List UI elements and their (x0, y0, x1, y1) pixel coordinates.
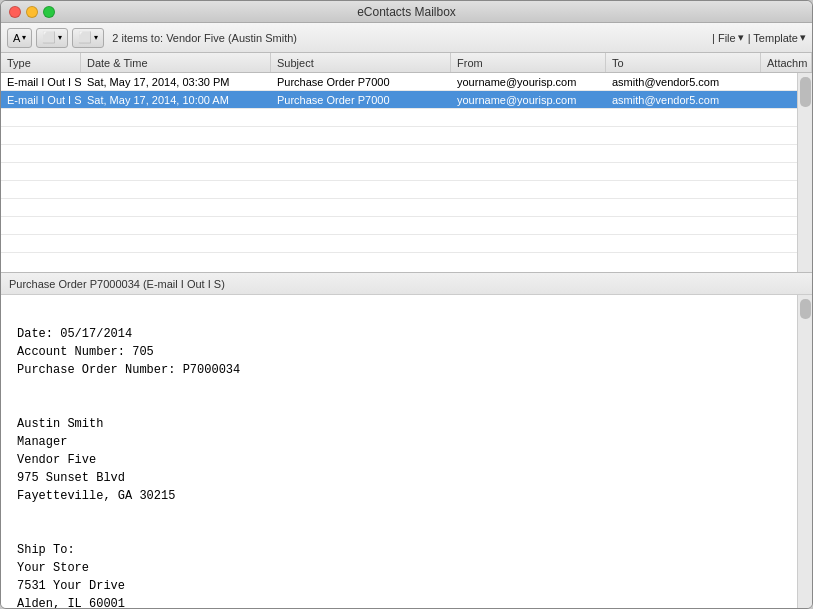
preview-line-vendor: Vendor Five (17, 451, 781, 469)
template-label: | Template (748, 32, 798, 44)
col-header-from: From (451, 53, 606, 72)
preview-line-store: Your Store (17, 559, 781, 577)
preview-line-name: Austin Smith (17, 415, 781, 433)
preview-line-title: Manager (17, 433, 781, 451)
col-header-to: To (606, 53, 761, 72)
col-header-attach: Attachm (761, 53, 812, 72)
row2-date: Sat, May 17, 2014, 10:00 AM (81, 91, 271, 108)
empty-row-4 (1, 127, 797, 145)
file-label: | File (712, 32, 736, 44)
font-arrow: ▾ (22, 33, 26, 42)
minimize-button[interactable] (26, 6, 38, 18)
row1-date: Sat, May 17, 2014, 03:30 PM (81, 73, 271, 90)
preview-line-alden: Alden, IL 60001 (17, 595, 781, 608)
row1-type: E-mail I Out I S (1, 73, 81, 90)
toolbar: A ▾ ⬜ ▾ ⬜ ▾ 2 items to: Vendor Five (Aus… (1, 23, 812, 53)
email-row-1[interactable]: E-mail I Out I S Sat, May 17, 2014, 03:3… (1, 73, 797, 91)
preview-line-blank3 (17, 397, 781, 415)
maximize-button[interactable] (43, 6, 55, 18)
paste-icon: ⬜ (78, 31, 92, 44)
preview-line-shipto: Ship To: (17, 541, 781, 559)
toolbar-right: | File ▾ | Template ▾ (712, 31, 806, 44)
preview-line-date: Date: 05/17/2014 (17, 325, 781, 343)
col-header-type: Type (1, 53, 81, 72)
empty-row-10 (1, 235, 797, 253)
empty-row-7 (1, 181, 797, 199)
title-bar: eContacts Mailbox (1, 1, 812, 23)
file-arrow: ▾ (738, 31, 744, 44)
email-row-2[interactable]: E-mail I Out I S Sat, May 17, 2014, 10:0… (1, 91, 797, 109)
toolbar-label: 2 items to: Vendor Five (Austin Smith) (112, 32, 297, 44)
col-header-date: Date & Time (81, 53, 271, 72)
list-scrollbar[interactable] (797, 73, 812, 272)
preview-line-account: Account Number: 705 (17, 343, 781, 361)
empty-row-8 (1, 199, 797, 217)
close-button[interactable] (9, 6, 21, 18)
row2-to: asmith@vendor5.com (606, 91, 761, 108)
row2-attach (761, 91, 797, 108)
empty-row-3 (1, 109, 797, 127)
row2-type: E-mail I Out I S (1, 91, 81, 108)
email-rows: E-mail I Out I S Sat, May 17, 2014, 03:3… (1, 73, 797, 272)
window-title: eContacts Mailbox (357, 5, 456, 19)
copy-button[interactable]: ⬜ ▾ (36, 28, 68, 48)
email-list-section: Type Date & Time Subject From To Attachm… (1, 53, 812, 273)
empty-row-5 (1, 145, 797, 163)
preview-line-blank5 (17, 523, 781, 541)
template-arrow: ▾ (800, 31, 806, 44)
preview-line-city: Fayetteville, GA 30215 (17, 487, 781, 505)
row2-subject: Purchase Order P7000 (271, 91, 451, 108)
preview-body[interactable]: Date: 05/17/2014 Account Number: 705 Pur… (1, 295, 797, 608)
paste-button[interactable]: ⬜ ▾ (72, 28, 104, 48)
copy-icon: ⬜ (42, 31, 56, 44)
preview-scrollbar-thumb[interactable] (800, 299, 811, 319)
file-button[interactable]: | File ▾ (712, 31, 744, 44)
row1-to: asmith@vendor5.com (606, 73, 761, 90)
preview-line-blank4 (17, 505, 781, 523)
preview-header: Purchase Order P7000034 (E-mail I Out I … (1, 273, 812, 295)
email-list-inner: E-mail I Out I S Sat, May 17, 2014, 03:3… (1, 73, 812, 272)
row1-attach (761, 73, 797, 90)
col-header-subject: Subject (271, 53, 451, 72)
empty-row-6 (1, 163, 797, 181)
row2-from: yourname@yourisp.com (451, 91, 606, 108)
preview-section: Purchase Order P7000034 (E-mail I Out I … (1, 273, 812, 608)
preview-line-blank1 (17, 307, 781, 325)
copy-arrow: ▾ (58, 33, 62, 42)
preview-scrollbar[interactable] (797, 295, 812, 608)
row1-subject: Purchase Order P7000 (271, 73, 451, 90)
row1-from: yourname@yourisp.com (451, 73, 606, 90)
preview-line-address: 975 Sunset Blvd (17, 469, 781, 487)
preview-line-blank2 (17, 379, 781, 397)
font-button[interactable]: A ▾ (7, 28, 32, 48)
preview-line-drive: 7531 Your Drive (17, 577, 781, 595)
traffic-lights (9, 6, 55, 18)
template-button[interactable]: | Template ▾ (748, 31, 806, 44)
paste-arrow: ▾ (94, 33, 98, 42)
preview-line-po: Purchase Order Number: P7000034 (17, 361, 781, 379)
list-scrollbar-thumb[interactable] (800, 77, 811, 107)
column-headers: Type Date & Time Subject From To Attachm (1, 53, 812, 73)
main-window: eContacts Mailbox A ▾ ⬜ ▾ ⬜ ▾ 2 items to… (0, 0, 813, 609)
empty-row-9 (1, 217, 797, 235)
preview-inner: Date: 05/17/2014 Account Number: 705 Pur… (1, 295, 812, 608)
font-label: A (13, 32, 20, 44)
